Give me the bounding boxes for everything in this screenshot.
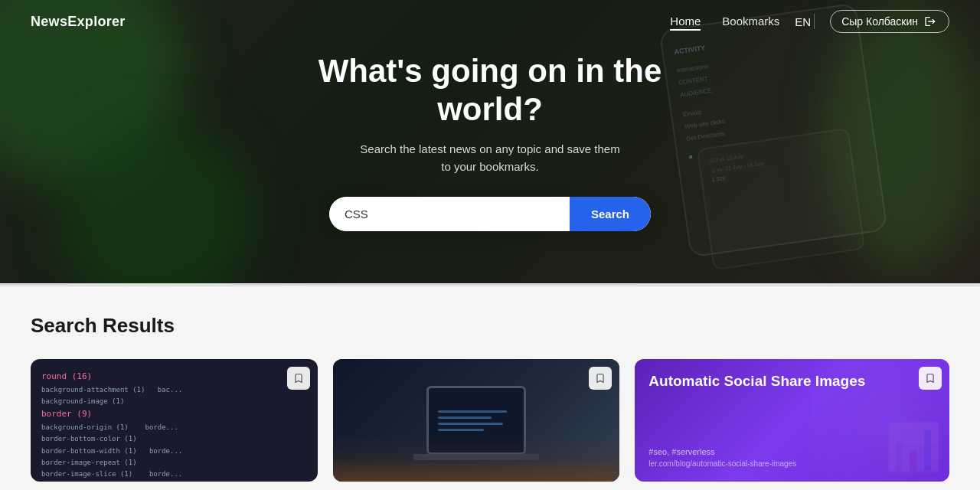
nav-item-bookmarks[interactable]: Bookmarks (722, 15, 779, 28)
search-input[interactable] (329, 197, 570, 231)
screen-line-1 (438, 410, 506, 413)
card-1-content: round (16) background-attachment (1) bac… (31, 359, 318, 482)
result-card-2[interactable] (333, 359, 620, 482)
nav-user-button[interactable]: Сыр Колбаскин (830, 10, 949, 33)
card-3-title: Automatic Social Share Images (648, 373, 936, 390)
card-2-hands (333, 436, 620, 482)
screen-line-3 (438, 423, 502, 425)
laptop-screen (438, 410, 514, 431)
screen-line-2 (438, 416, 491, 419)
bookmark-btn-2[interactable] (589, 367, 612, 390)
results-section: Search Results round (16) background-att… (0, 286, 980, 490)
search-button[interactable]: Search (570, 197, 651, 231)
card-3-url: ler.com/blog/automatic-social-share-imag… (648, 459, 936, 468)
bookmark-btn-3[interactable] (919, 367, 942, 390)
bookmark-btn-1[interactable] (287, 367, 310, 390)
nav-user-label: Сыр Колбаскин (841, 15, 918, 28)
nav-item-home[interactable]: Home (670, 15, 701, 28)
result-card-1[interactable]: round (16) background-attachment (1) bac… (31, 359, 318, 482)
screen-line-4 (438, 429, 484, 431)
result-card-3[interactable]: 📊 Automatic Social Share Images #seo, #s… (635, 359, 949, 482)
logout-icon (924, 15, 936, 28)
nav-lang[interactable]: EN (795, 15, 811, 28)
bookmark-icon-3 (925, 373, 936, 384)
hero-subtitle: Search the latest news on any topic and … (360, 141, 620, 175)
nav-logo[interactable]: NewsExplorer (31, 14, 126, 30)
bookmark-icon-1 (293, 373, 304, 384)
bookmark-icon-2 (595, 373, 606, 384)
navbar: NewsExplorer Home Bookmarks EN Сыр Колба… (0, 0, 980, 43)
card-3-tags: #seo, #serverless (648, 447, 936, 456)
search-bar: Search (329, 197, 651, 231)
cards-grid: round (16) background-attachment (1) bac… (31, 359, 949, 482)
results-title: Search Results (31, 314, 949, 338)
nav-separator (814, 14, 815, 29)
hero-title: What's going on in the world? (299, 52, 681, 129)
